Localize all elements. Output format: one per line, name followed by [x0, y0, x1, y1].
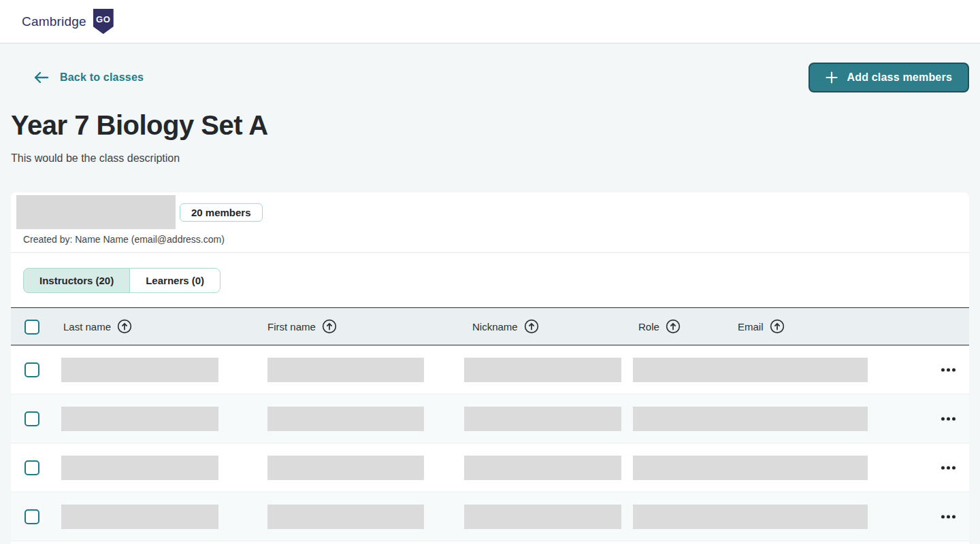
sort-arrow-up-icon[interactable]: [322, 319, 337, 334]
ellipsis-icon: [941, 466, 945, 469]
toolbar: Back to classes Add class members: [11, 63, 969, 92]
member-type-tabs: Instructors (20) Learners (0): [11, 253, 969, 307]
nickname-cell-skeleton: [464, 358, 621, 382]
class-members-card: 20 members Created by: Name Name (email@…: [11, 192, 969, 544]
row-checkbox[interactable]: [24, 411, 39, 426]
nickname-cell-skeleton: [464, 407, 621, 431]
sort-arrow-up-icon[interactable]: [524, 319, 539, 334]
first-name-cell-skeleton: [267, 505, 424, 529]
first-name-cell-skeleton: [267, 358, 424, 382]
arrow-left-icon: [34, 71, 49, 84]
column-header-email[interactable]: Email: [738, 308, 785, 345]
column-header-last-name[interactable]: Last name: [63, 308, 132, 345]
brand-wordmark: Cambridge: [22, 14, 86, 29]
role-email-cell-skeleton: [633, 358, 868, 382]
table-row: [11, 443, 969, 492]
column-header-first-name[interactable]: First name: [267, 308, 337, 345]
sort-arrow-up-icon[interactable]: [770, 319, 785, 334]
back-to-classes-button[interactable]: Back to classes: [34, 71, 144, 84]
row-actions-menu-button[interactable]: [938, 509, 958, 524]
last-name-cell-skeleton: [61, 358, 218, 382]
topbar: Cambridge GO: [0, 0, 980, 44]
table-row: [11, 345, 969, 394]
sort-arrow-up-icon[interactable]: [117, 319, 132, 334]
page-title: Year 7 Biology Set A: [11, 110, 969, 141]
plus-icon: [826, 71, 838, 84]
sort-arrow-up-icon[interactable]: [666, 319, 681, 334]
nickname-cell-skeleton: [464, 505, 621, 529]
row-actions-menu-button[interactable]: [938, 460, 958, 475]
ellipsis-icon: [941, 368, 945, 371]
nickname-cell-skeleton: [464, 456, 621, 480]
back-link-label: Back to classes: [60, 71, 144, 84]
row-checkbox[interactable]: [24, 362, 39, 377]
add-class-members-button[interactable]: Add class members: [808, 63, 969, 92]
class-description: This would be the class description: [11, 152, 969, 165]
created-by-text: Created by: Name Name (email@address.com…: [23, 234, 964, 245]
brand-badge-label: GO: [96, 14, 110, 34]
last-name-cell-skeleton: [61, 407, 218, 431]
add-button-label: Add class members: [847, 71, 952, 84]
class-avatar-skeleton: [16, 195, 176, 229]
table-header: Last name First name Nickname Role: [11, 307, 969, 345]
role-email-cell-skeleton: [633, 407, 868, 431]
tab-instructors[interactable]: Instructors (20): [23, 268, 130, 293]
select-all-checkbox[interactable]: [24, 320, 39, 335]
brand-logo[interactable]: Cambridge GO: [22, 9, 114, 34]
column-header-role[interactable]: Role: [638, 308, 681, 345]
class-summary-section: 20 members Created by: Name Name (email@…: [11, 192, 969, 245]
row-actions-menu-button[interactable]: [938, 362, 958, 377]
row-checkbox[interactable]: [24, 509, 39, 524]
ellipsis-icon: [941, 417, 945, 420]
role-email-cell-skeleton: [633, 505, 868, 529]
table-row: [11, 394, 969, 443]
row-checkbox[interactable]: [24, 460, 39, 475]
first-name-cell-skeleton: [267, 407, 424, 431]
table-row: [11, 492, 969, 541]
role-email-cell-skeleton: [633, 456, 868, 480]
tab-learners[interactable]: Learners (0): [129, 268, 220, 293]
row-actions-menu-button[interactable]: [938, 411, 958, 426]
last-name-cell-skeleton: [61, 505, 218, 529]
ellipsis-icon: [941, 515, 945, 518]
members-count-badge: 20 members: [180, 203, 263, 222]
column-header-nickname[interactable]: Nickname: [472, 308, 539, 345]
last-name-cell-skeleton: [61, 456, 218, 480]
first-name-cell-skeleton: [267, 456, 424, 480]
go-shield-icon: GO: [93, 9, 114, 34]
